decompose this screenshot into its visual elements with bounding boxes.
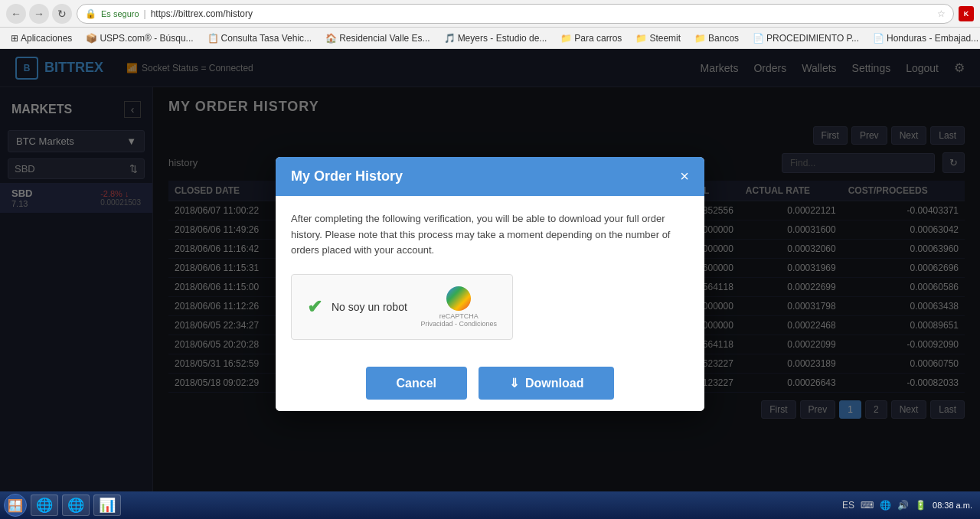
checkmark-icon: ✔ bbox=[307, 296, 322, 318]
recaptcha-logo: reCAPTCHA Privacidad - Condiciones bbox=[420, 286, 497, 328]
folder-icon: 📁 bbox=[560, 33, 572, 44]
consulta-icon: 📋 bbox=[207, 33, 219, 44]
recaptcha-left: ✔ No soy un robot bbox=[307, 296, 407, 318]
bookmarks-bar: ⊞ Aplicaciones 📦 USPS.com® - Búsqu... 📋 … bbox=[0, 28, 980, 49]
residencial-bookmark[interactable]: 🏠 Residencial Valle Es... bbox=[321, 31, 435, 45]
cancel-button[interactable]: Cancel bbox=[366, 367, 467, 400]
network-icon: 🌐 bbox=[880, 500, 891, 511]
para-carros-bookmark[interactable]: 📁 Para carros bbox=[556, 31, 626, 45]
language-indicator: ES bbox=[842, 500, 854, 511]
modal-footer: Cancel ⇓ Download bbox=[276, 355, 704, 411]
modal-description: After completing the following verificat… bbox=[291, 211, 689, 259]
usps-bookmark[interactable]: 📦 USPS.com® - Búsqu... bbox=[81, 31, 198, 45]
download-button[interactable]: ⇓ Download bbox=[479, 367, 614, 400]
apps-bookmark[interactable]: ⊞ Aplicaciones bbox=[6, 31, 77, 45]
modal-overlay: My Order History × After completing the … bbox=[0, 49, 980, 519]
keyboard-icon: ⌨ bbox=[861, 500, 874, 511]
url-text: https://bittrex.com/history bbox=[151, 8, 253, 19]
honduras-icon: 📄 bbox=[873, 33, 884, 44]
meyers-bookmark[interactable]: 🎵 Meyers - Estudio de... bbox=[439, 31, 552, 45]
system-clock: 08:38 a.m. bbox=[933, 501, 972, 510]
secure-label: Es seguro bbox=[101, 9, 139, 18]
bancos-bookmark[interactable]: 📁 Bancos bbox=[690, 31, 743, 45]
taskbar-app-excel[interactable]: 📊 bbox=[93, 495, 121, 516]
taskbar-app-chrome2[interactable]: 🌐 bbox=[62, 495, 90, 516]
meyers-icon: 🎵 bbox=[444, 33, 456, 44]
recaptcha-sub1: reCAPTCHA bbox=[439, 312, 479, 320]
procedimiento-bookmark[interactable]: 📄 PROCEDIMIENTO P... bbox=[748, 31, 864, 45]
order-history-modal: My Order History × After completing the … bbox=[276, 157, 704, 411]
download-icon: ⇓ bbox=[509, 376, 519, 390]
residencial-icon: 🏠 bbox=[325, 33, 337, 44]
reload-button[interactable]: ↻ bbox=[52, 4, 72, 24]
start-button[interactable]: 🪟 bbox=[4, 494, 27, 517]
forward-button[interactable]: → bbox=[29, 4, 49, 24]
volume-icon: 🔊 bbox=[897, 500, 909, 511]
lock-icon: 🔒 bbox=[85, 8, 96, 19]
address-bar[interactable]: 🔒 Es seguro | https://bittrex.com/histor… bbox=[77, 4, 954, 24]
modal-title: My Order History bbox=[291, 168, 403, 184]
taskbar-right: ES ⌨ 🌐 🔊 🔋 08:38 a.m. bbox=[842, 500, 976, 511]
recaptcha-sub2: Privacidad - Condiciones bbox=[420, 320, 497, 328]
browser-chrome: ← → ↻ 🔒 Es seguro | https://bittrex.com/… bbox=[0, 0, 980, 49]
procedimiento-icon: 📄 bbox=[753, 33, 764, 44]
back-button[interactable]: ← bbox=[6, 4, 26, 24]
star-icon[interactable]: ☆ bbox=[937, 8, 946, 19]
honduras-bookmark[interactable]: 📄 Honduras - Embajad... bbox=[868, 31, 980, 45]
browser-bar: ← → ↻ 🔒 Es seguro | https://bittrex.com/… bbox=[0, 0, 980, 28]
nav-buttons: ← → ↻ bbox=[6, 4, 72, 24]
download-label: Download bbox=[525, 377, 583, 390]
modal-body: After completing the following verificat… bbox=[276, 196, 704, 355]
taskbar-app-chrome[interactable]: 🌐 bbox=[31, 495, 58, 516]
usps-icon: 📦 bbox=[86, 33, 97, 44]
modal-close-button[interactable]: × bbox=[680, 168, 689, 184]
grid-icon: ⊞ bbox=[11, 33, 18, 44]
steemit-bookmark[interactable]: 📁 Steemit bbox=[631, 31, 685, 45]
taskbar: 🪟 🌐 🌐 📊 ES ⌨ 🌐 🔊 🔋 08:38 a.m. bbox=[0, 491, 980, 519]
modal-header: My Order History × bbox=[276, 157, 704, 196]
recaptcha-image bbox=[446, 286, 471, 311]
recaptcha-widget[interactable]: ✔ No soy un robot reCAPTCHA Privacidad -… bbox=[291, 274, 513, 340]
recaptcha-label: No soy un robot bbox=[332, 301, 407, 313]
consulta-bookmark[interactable]: 📋 Consulta Tasa Vehic... bbox=[203, 31, 317, 45]
battery-icon: 🔋 bbox=[915, 500, 926, 511]
bancos-icon: 📁 bbox=[694, 33, 706, 44]
steemit-icon: 📁 bbox=[635, 33, 647, 44]
kaspersky-icon: K bbox=[959, 6, 974, 21]
